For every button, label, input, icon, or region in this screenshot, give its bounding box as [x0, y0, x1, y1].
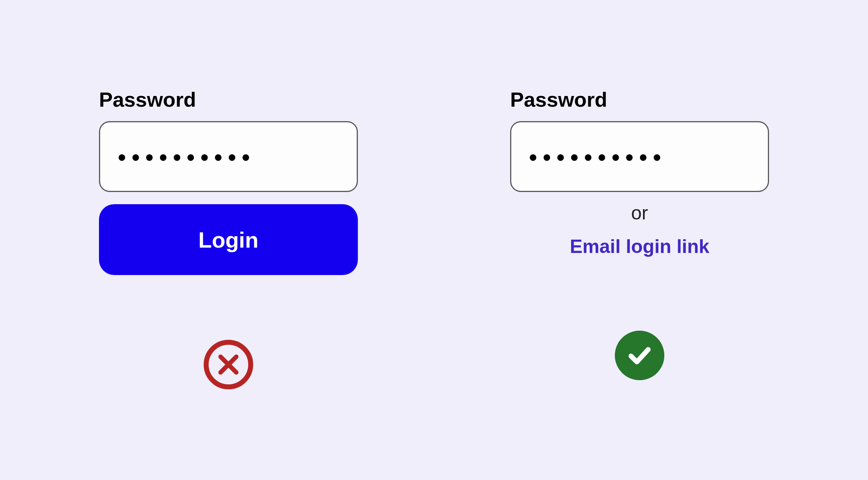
incorrect-indicator [99, 340, 358, 389]
login-button[interactable]: Login [99, 204, 358, 275]
correct-indicator [510, 331, 769, 380]
incorrect-example-panel: Password ●●●●●●●●●● Login [99, 88, 358, 389]
or-separator: or [510, 202, 769, 224]
correct-example-panel: Password ●●●●●●●●●● or Email login link [510, 88, 769, 389]
password-input[interactable]: ●●●●●●●●●● [99, 121, 358, 192]
password-label: Password [99, 88, 358, 111]
password-label: Password [510, 88, 769, 111]
password-input[interactable]: ●●●●●●●●●● [510, 121, 769, 192]
check-circle-icon [615, 331, 664, 380]
email-login-link[interactable]: Email login link [510, 235, 769, 258]
x-circle-icon [204, 340, 253, 389]
